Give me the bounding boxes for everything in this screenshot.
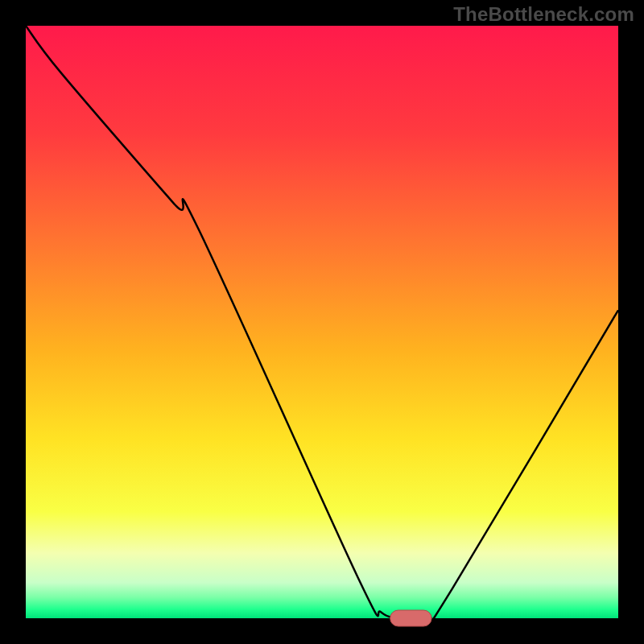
watermark-text: TheBottleneck.com xyxy=(453,3,634,26)
plot-background xyxy=(26,26,618,618)
chart-svg xyxy=(0,0,644,644)
optimal-marker xyxy=(390,610,432,626)
bottleneck-chart: TheBottleneck.com xyxy=(0,0,644,644)
